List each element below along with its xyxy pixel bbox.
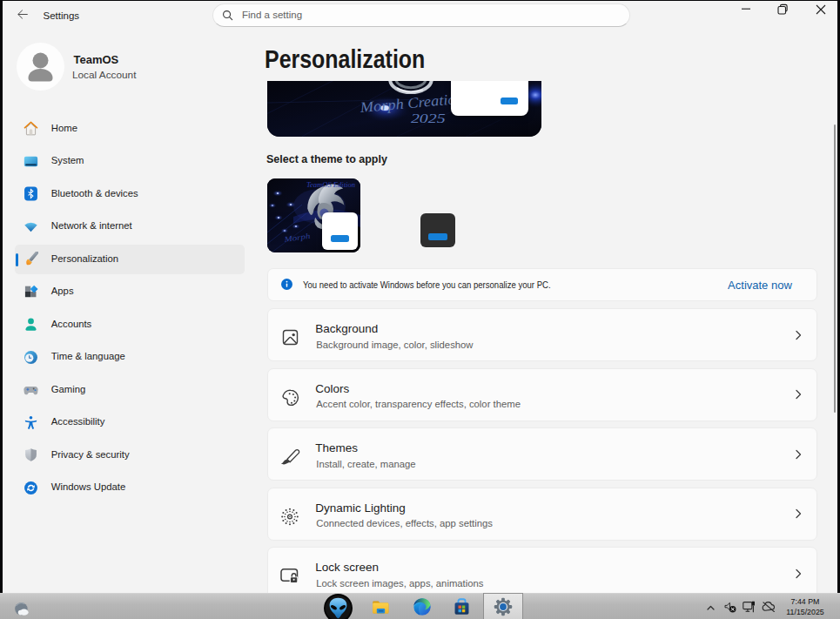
svg-text:TeamOS Edition: TeamOS Edition	[306, 180, 355, 189]
svg-text:2025: 2025	[411, 112, 446, 125]
